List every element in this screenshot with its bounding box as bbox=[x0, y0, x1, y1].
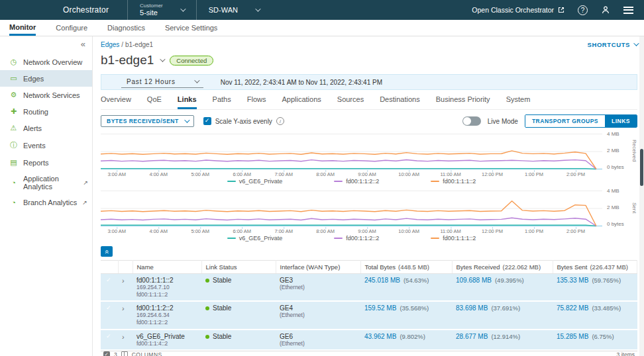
status-dot bbox=[205, 335, 209, 339]
services-icon: ⚙ bbox=[9, 91, 18, 99]
tab-sources[interactable]: Sources bbox=[337, 95, 364, 109]
sidebar-item-label: Network Overview bbox=[23, 58, 82, 66]
table-row[interactable]: › fd00:1:1:1::2 169.254.7.10 fd00:1:1:1:… bbox=[101, 274, 637, 302]
legend-item[interactable]: fd00:1:1:2::2 bbox=[334, 178, 379, 185]
transport-groups-button[interactable]: TRANSPORT GROUPS bbox=[525, 115, 605, 127]
tab-business-priority[interactable]: Business Priority bbox=[436, 95, 490, 109]
sidebar-item-label: Branch Analytics bbox=[23, 199, 77, 206]
sidebar-item-network-services[interactable]: ⚙ Network Services bbox=[0, 87, 92, 103]
bytes-sent-value[interactable]: 15.285 MB bbox=[557, 333, 588, 340]
legend-item[interactable]: fd00:1:1:2::2 bbox=[334, 235, 379, 242]
col-label: Bytes Received bbox=[456, 263, 500, 271]
interface-name: GE6 bbox=[280, 333, 356, 340]
open-classic-orchestrator-link[interactable]: Open Classic Orchestrator bbox=[472, 6, 564, 14]
scrollbar-thumb[interactable] bbox=[640, 149, 643, 186]
total-bytes-pct: (35.568%) bbox=[400, 304, 429, 312]
nav-tab-diagnostics[interactable]: Diagnostics bbox=[107, 20, 145, 36]
row-expand-icon[interactable]: › bbox=[122, 304, 125, 312]
bytes-sent-value[interactable]: 135.33 MB bbox=[557, 277, 588, 284]
tab-links[interactable]: Links bbox=[178, 95, 197, 109]
x-tick-label: 8:00 AM bbox=[316, 171, 335, 177]
vertical-scrollbar[interactable] bbox=[639, 36, 644, 356]
sidebar-item-application-analytics[interactable]: ◔ Application Analytics ↗ bbox=[0, 171, 92, 195]
service-selector[interactable]: SD-WAN bbox=[197, 0, 271, 20]
chart-legend[interactable]: v6_GE6_Privatefd00:1:1:2::2fd00:1:1:1::2 bbox=[101, 234, 602, 242]
col-total-bytes[interactable]: Total Bytes(448.5 MB) bbox=[360, 261, 452, 274]
col-bytes-received[interactable]: Bytes Received(222.062 MB) bbox=[452, 261, 553, 274]
edge-tabs: Overview QoE Links Paths Flows Applicati… bbox=[101, 95, 637, 110]
sidebar-item-events[interactable]: ⓘ Events bbox=[0, 136, 92, 154]
bytes-sent-value[interactable]: 75.822 MB bbox=[557, 304, 588, 312]
legend-item[interactable]: fd00:1:1:1::2 bbox=[431, 178, 476, 185]
tab-destinations[interactable]: Destinations bbox=[380, 95, 420, 109]
bytes-received-pct: (49.395%) bbox=[495, 277, 524, 284]
x-tick-label: 12:00 PM bbox=[482, 228, 503, 234]
sidebar-item-network-overview[interactable]: ◷ Network Overview bbox=[0, 54, 92, 70]
live-mode-toggle[interactable] bbox=[462, 116, 481, 126]
brand-title: Orchestrator bbox=[63, 5, 109, 15]
breadcrumb-edges-link[interactable]: Edges bbox=[101, 41, 119, 48]
sidebar-item-branch-analytics[interactable]: ◔ Branch Analytics ↗ bbox=[0, 195, 92, 210]
sidebar-collapse-icon[interactable]: « bbox=[81, 39, 85, 49]
tab-system[interactable]: System bbox=[506, 95, 531, 109]
metric-selector-label: BYTES RECEIVED/SENT bbox=[107, 118, 179, 124]
received-chart-plot[interactable] bbox=[101, 132, 602, 170]
tab-flows[interactable]: Flows bbox=[247, 95, 266, 109]
nav-tab-service-settings[interactable]: Service Settings bbox=[165, 20, 217, 36]
sidebar-item-alerts[interactable]: ⚠ Alerts bbox=[0, 120, 92, 136]
sidebar-item-reports[interactable]: ▤ Reports bbox=[0, 154, 92, 171]
table-row[interactable]: › fd00:1:1:2::2 169.254.6.34 fd00:1:1:2:… bbox=[101, 301, 637, 329]
legend-item[interactable]: v6_GE6_Private bbox=[227, 178, 283, 185]
sidebar-item-edges[interactable]: ▭ Edges bbox=[0, 70, 92, 87]
nav-tab-monitor[interactable]: Monitor bbox=[9, 20, 36, 36]
tab-applications[interactable]: Applications bbox=[282, 95, 321, 109]
help-icon[interactable]: ? bbox=[578, 5, 588, 15]
table-row[interactable]: › v6_GE6_Private fd00:1:1:4::2 Stable GE… bbox=[101, 330, 637, 351]
sent-chart-plot[interactable] bbox=[101, 189, 602, 227]
legend-item[interactable]: fd00:1:1:1::2 bbox=[431, 235, 476, 242]
col-name[interactable]: Name bbox=[133, 261, 201, 274]
col-link-status[interactable]: Link Status bbox=[201, 261, 276, 274]
metric-selector-button[interactable]: BYTES RECEIVED/SENT bbox=[101, 115, 194, 127]
row-expand-icon[interactable]: › bbox=[122, 333, 125, 341]
bytes-received-value[interactable]: 109.688 MB bbox=[456, 277, 492, 284]
total-bytes-value[interactable]: 43.962 MB bbox=[364, 333, 396, 340]
tab-qoe[interactable]: QoE bbox=[147, 95, 162, 109]
bytes-sent-pct: (59.765%) bbox=[592, 277, 621, 284]
total-bytes-value[interactable]: 245.018 MB bbox=[364, 277, 400, 284]
customer-selector[interactable]: Customer 5-site bbox=[128, 0, 196, 20]
links-button[interactable]: LINKS bbox=[605, 115, 637, 127]
bytes-received-value[interactable]: 83.698 MB bbox=[456, 304, 488, 312]
tab-paths[interactable]: Paths bbox=[213, 95, 231, 109]
sidebar-item-routing[interactable]: ✚ Routing bbox=[0, 103, 92, 120]
nav-tab-configure[interactable]: Configure bbox=[56, 20, 87, 36]
col-bytes-sent[interactable]: Bytes Sent(226.437 MB) bbox=[553, 261, 637, 274]
chart-legend[interactable]: v6_GE6_Privatefd00:1:1:2::2fd00:1:1:1::2 bbox=[101, 177, 602, 185]
menu-icon[interactable] bbox=[623, 7, 633, 14]
link-name: fd00:1:1:2::2 bbox=[136, 304, 197, 312]
col-interface[interactable]: Interface (WAN Type) bbox=[276, 261, 360, 274]
columns-icon[interactable] bbox=[121, 351, 128, 356]
columns-label[interactable]: COLUMNS bbox=[132, 351, 162, 356]
y-tick-label: 2 MB bbox=[607, 205, 629, 210]
bytes-received-value[interactable]: 28.677 MB bbox=[456, 333, 488, 340]
info-icon[interactable]: i bbox=[276, 117, 284, 125]
scale-y-axis-checkbox[interactable] bbox=[203, 117, 211, 125]
link-ip: 169.254.7.10 bbox=[136, 284, 197, 291]
row-expand-icon[interactable]: › bbox=[122, 277, 125, 285]
tab-overview[interactable]: Overview bbox=[101, 95, 131, 109]
user-icon[interactable] bbox=[601, 5, 610, 15]
select-all-header[interactable] bbox=[101, 261, 118, 274]
orchestrator-app: Orchestrator Customer 5-site SD-WAN Open… bbox=[0, 0, 644, 356]
top-bar: Orchestrator Customer 5-site SD-WAN Open… bbox=[0, 0, 644, 20]
time-range-dropdown[interactable]: Past 12 Hours bbox=[121, 77, 203, 88]
x-tick-label: 6:00 AM bbox=[233, 171, 251, 177]
edge-selector-chevron-icon[interactable] bbox=[160, 56, 165, 62]
selected-rows-icon[interactable] bbox=[103, 351, 110, 356]
bytes-sent-pct: (6.75%) bbox=[592, 333, 614, 340]
legend-item[interactable]: v6_GE6_Private bbox=[227, 235, 283, 242]
collapse-charts-button[interactable]: « bbox=[101, 246, 113, 257]
shortcuts-button[interactable]: SHORTCUTS bbox=[587, 41, 637, 48]
status-badge: Connected bbox=[170, 56, 213, 66]
total-bytes-value[interactable]: 159.52 MB bbox=[364, 304, 396, 312]
